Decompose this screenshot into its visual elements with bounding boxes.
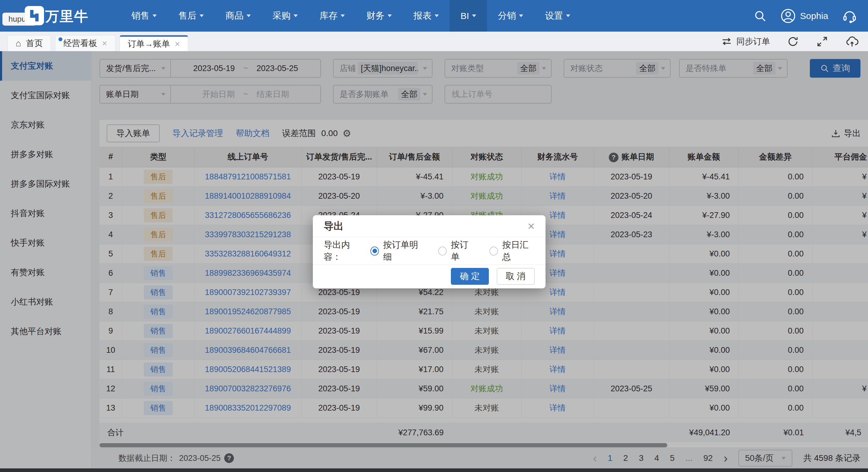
chevron-down-icon [341,14,345,17]
cancel-button[interactable]: 取 消 [497,268,535,285]
modal-body: 导出内容： 按订单明细 按订单 按日汇总 [313,237,546,265]
radio-option[interactable]: 按订单 [438,239,475,263]
hupun-logo-icon [25,6,44,27]
refresh-icon[interactable] [786,35,799,48]
nav-right: Sophia [753,0,858,32]
radio-icon[interactable] [490,246,498,256]
search-icon[interactable] [753,9,767,23]
export-modal: 导出 × 导出内容： 按订单明细 按订单 按日汇总 [313,215,546,289]
radio-option[interactable]: 按日汇总 [490,239,535,263]
menu-item[interactable]: 报表 [403,0,450,32]
chevron-down-icon [472,14,476,17]
tab-home[interactable]: ⌂ 首页 [7,35,51,51]
main-menu: 销售 售后 商品 采购 库存 财务 [121,0,581,32]
sync-orders-button[interactable]: 同步订单 [721,36,770,47]
radio-option[interactable]: 按订单明细 [370,239,424,263]
close-icon[interactable]: × [528,220,535,232]
menu-item[interactable]: 库存 [309,0,355,32]
export-content-label: 导出内容： [324,239,365,263]
sync-icon [721,36,733,47]
modal-title: 导出 [324,220,344,233]
tab-order-bill[interactable]: 订单→账单 × [120,35,188,51]
app-logo-text: 万里牛 [45,7,89,26]
radio-icon[interactable] [438,246,447,256]
menu-item[interactable]: 商品 [215,0,261,32]
export-options: 按订单明细 按订单 按日汇总 [370,239,535,263]
fullscreen-icon[interactable] [816,35,829,48]
menu-item[interactable]: 分销 [487,0,534,32]
tab-bar: ⌂ 首页 经营看板 × 订单→账单 × 同步订单 [0,32,868,51]
top-nav: hupun 万里牛 销售 售后 商品 采购 [0,0,868,32]
chevron-down-icon [566,14,570,17]
user-name: Sophia [800,11,828,21]
chevron-down-icon [519,14,523,17]
modal-footer: 确 定 取 消 [313,265,546,288]
headset-icon[interactable] [842,8,858,24]
chevron-down-icon [435,14,439,17]
tab-dashboard[interactable]: 经营看板 × [55,35,116,51]
confirm-button[interactable]: 确 定 [451,268,489,285]
user-menu[interactable]: Sophia [780,8,828,24]
close-icon[interactable]: × [102,38,107,48]
close-icon[interactable]: × [175,39,180,49]
home-icon: ⌂ [16,38,21,48]
menu-item[interactable]: 售后 [167,0,215,32]
chevron-down-icon [247,14,251,17]
cloud-upload-icon[interactable] [845,35,859,48]
tab-actions: 同步订单 [721,32,859,51]
modal-header: 导出 × [313,215,546,237]
notification-dot [59,37,62,41]
menu-item[interactable]: BI [450,0,487,32]
chevron-down-icon [199,14,204,17]
menu-item[interactable]: 财务 [355,0,403,32]
menu-item[interactable]: 采购 [261,0,309,32]
menu-item[interactable]: 销售 [121,0,167,32]
avatar-icon [780,8,796,24]
radio-icon[interactable] [370,246,379,256]
menu-item[interactable]: 设置 [534,0,581,32]
chevron-down-icon [153,14,157,17]
chevron-down-icon [293,14,298,17]
tabs: ⌂ 首页 经营看板 × 订单→账单 × [7,35,188,51]
chevron-down-icon [388,14,392,17]
